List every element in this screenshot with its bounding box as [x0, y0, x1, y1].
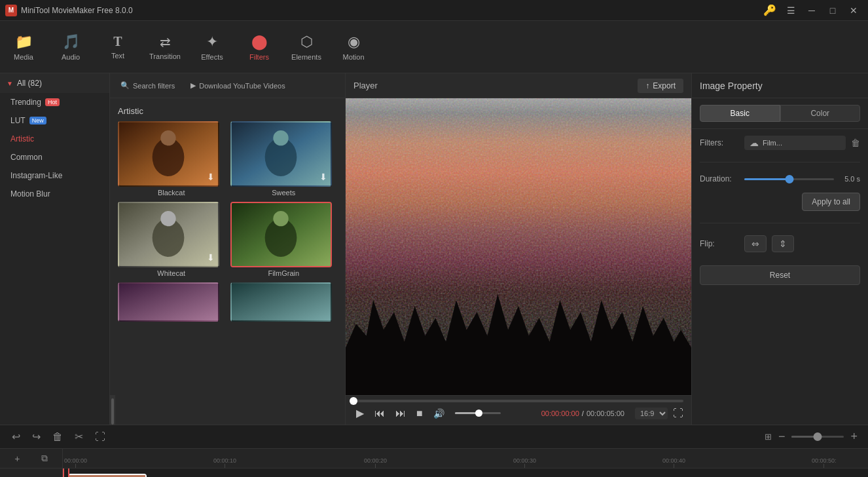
category-artistic[interactable]: Artistic: [0, 130, 109, 148]
reset-button[interactable]: Reset: [700, 265, 860, 285]
category-trending[interactable]: Trending Hot: [0, 93, 109, 111]
filter-item-sweets[interactable]: ⬇ Sweets: [230, 121, 338, 197]
filter-item-more1[interactable]: [118, 282, 225, 322]
all-filters-header[interactable]: ▼ All (82): [0, 73, 109, 93]
progress-thumb[interactable]: [350, 397, 357, 405]
ruler-mark-40: 00:00:40: [662, 457, 685, 468]
close-button[interactable]: ✕: [844, 3, 863, 18]
download-icon: ▶: [190, 81, 196, 90]
apply-to-all-button[interactable]: Apply to all: [802, 193, 860, 211]
download-youtube-button[interactable]: ▶ Download YouTube Videos: [185, 79, 291, 92]
toolbar-elements[interactable]: ⬡ Elements: [283, 24, 330, 70]
cut-button[interactable]: ✂: [71, 429, 87, 445]
menu-button[interactable]: ☰: [782, 3, 800, 18]
progress-bar[interactable]: [353, 400, 683, 402]
aspect-ratio-select[interactable]: 16:9 4:3 1:1 9:16: [635, 408, 668, 419]
filter-grid-artistic: ⬇ Blackcat: [118, 121, 337, 322]
volume-button[interactable]: 🔊: [431, 407, 447, 420]
toolbar-media[interactable]: 📁 Media: [0, 24, 47, 70]
zoom-slider[interactable]: [791, 436, 844, 438]
prev-button[interactable]: ⏮: [372, 406, 388, 421]
center-scrollbar[interactable]: [110, 395, 115, 425]
toolbar-filters[interactable]: ⬤ Filters: [236, 24, 283, 70]
ruler-mark-30: 00:00:30: [513, 457, 536, 468]
svg-point-11: [273, 211, 288, 226]
filter-thumb-more2: [230, 282, 332, 322]
flip-horizontal-button[interactable]: ⇔: [744, 235, 767, 252]
volume-slider[interactable]: [455, 412, 501, 414]
zoom-thumb: [814, 432, 822, 441]
media-clip[interactable]: 🖼 2 ☁: [68, 474, 147, 477]
zoom-controls: ⊞ − +: [765, 429, 860, 445]
instagram-label: Instagram-Like: [10, 171, 62, 180]
toolbar-audio[interactable]: 🎵 Audio: [47, 24, 94, 70]
video-track-label: 🖼 🔓: [0, 468, 62, 477]
time-separator: /: [582, 410, 584, 417]
stop-button[interactable]: ■: [414, 406, 425, 421]
crop-button[interactable]: ⛶: [91, 429, 109, 445]
zoom-minus-button[interactable]: −: [776, 429, 788, 445]
category-motionblur[interactable]: Motion Blur: [0, 185, 109, 203]
motion-icon: ◉: [348, 33, 360, 50]
search-filters-button[interactable]: 🔍 Search filters: [115, 79, 180, 92]
svg-point-8: [160, 211, 175, 226]
zoom-icon: ⊞: [765, 432, 772, 442]
filter-thumb-blackcat: ⬇: [118, 121, 219, 187]
copy-track-button[interactable]: ⧉: [41, 453, 48, 464]
whitecat-label: Whitecat: [118, 269, 225, 277]
delete-filter-button[interactable]: 🗑: [851, 138, 860, 148]
filter-chip-label: Film...: [763, 139, 841, 147]
toolbar-effects[interactable]: ✦ Effects: [189, 24, 236, 70]
add-track-button[interactable]: +: [14, 453, 20, 464]
toolbar-transition-label: Transition: [149, 52, 181, 60]
more1-preview: [119, 284, 218, 320]
player-controls: ▶ ⏮ ⏭ ■ 🔊 00:00:00:00 / 00:00:05:00 16:9…: [346, 395, 691, 425]
blackcat-download-icon: ⬇: [207, 172, 215, 182]
filter-thumb-sweets: ⬇: [230, 121, 332, 187]
filter-search-bar: 🔍 Search filters ▶ Download YouTube Vide…: [110, 73, 345, 98]
toolbar-audio-label: Audio: [62, 53, 80, 61]
next-button[interactable]: ⏭: [393, 406, 408, 421]
sweets-download-icon: ⬇: [319, 172, 327, 182]
ruler-mark-0: 00:00:00: [64, 457, 87, 468]
minimize-button[interactable]: ─: [803, 3, 821, 18]
filter-thumb-more1: [118, 282, 219, 322]
video-track: 🖼 2 ☁: [63, 468, 868, 477]
filter-item-blackcat[interactable]: ⬇ Blackcat: [118, 121, 225, 197]
toolbar-transition[interactable]: ⇄ Transition: [141, 24, 189, 70]
filter-chip: ☁ Film...: [744, 136, 846, 150]
blackcat-preview: [119, 123, 218, 185]
flip-vertical-button[interactable]: ⇕: [772, 235, 794, 252]
duration-slider[interactable]: [744, 178, 834, 180]
app-title: MiniTool MovieMaker Free 8.0.0: [21, 6, 763, 15]
fullscreen-button[interactable]: ⛶: [673, 408, 683, 419]
maximize-button[interactable]: □: [823, 3, 842, 18]
category-common[interactable]: Common: [0, 148, 109, 166]
filters-icon: ⬤: [251, 33, 268, 50]
bottom-toolbar: ↩ ↪ 🗑 ✂ ⛶ ⊞ − +: [0, 425, 868, 448]
category-instagram[interactable]: Instagram-Like: [0, 166, 109, 185]
delete-button[interactable]: 🗑: [48, 429, 67, 445]
tab-color[interactable]: Color: [780, 105, 861, 122]
flip-label: Flip:: [700, 239, 739, 248]
filter-item-filmgrain[interactable]: FilmGrain: [230, 202, 338, 277]
filter-item-whitecat[interactable]: ⬇ Whitecat: [118, 202, 225, 277]
toolbar-text[interactable]: T Text: [94, 24, 141, 70]
controls-row: ▶ ⏮ ⏭ ■ 🔊 00:00:00:00 / 00:00:05:00 16:9…: [353, 406, 683, 421]
undo-button[interactable]: ↩: [8, 429, 24, 445]
main-area: ▼ All (82) Trending Hot LUT New Artistic…: [0, 73, 868, 425]
redo-button[interactable]: ↪: [28, 429, 45, 445]
svg-point-2: [160, 130, 175, 145]
right-panel: Image Property Basic Color Filters: ☁ Fi…: [691, 73, 868, 425]
category-lut[interactable]: LUT New: [0, 111, 109, 130]
play-button[interactable]: ▶: [353, 406, 367, 421]
titlebar: M MiniTool MovieMaker Free 8.0.0 🔑 ☰ ─ □…: [0, 0, 868, 21]
zoom-plus-button[interactable]: +: [848, 429, 860, 445]
filter-item-more2[interactable]: [230, 282, 338, 322]
tab-basic[interactable]: Basic: [700, 105, 780, 122]
toolbar-motion[interactable]: ◉ Motion: [330, 24, 377, 70]
common-label: Common: [10, 153, 43, 162]
panel-content: Filters: ☁ Film... 🗑 Duration: 5.0 s App: [692, 129, 868, 292]
filters-property-row: Filters: ☁ Film... 🗑: [700, 136, 860, 150]
export-button[interactable]: ↑ Export: [638, 79, 683, 93]
